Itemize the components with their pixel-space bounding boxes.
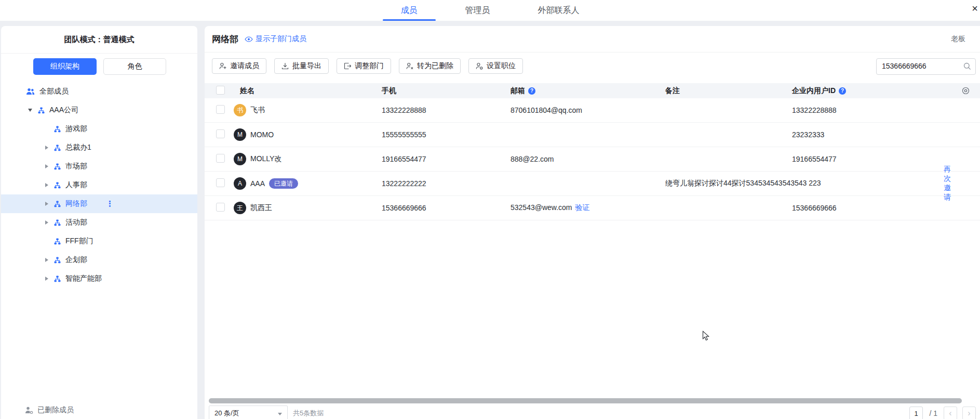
tree-item-network-dept[interactable]: 网络部 ⋮ — [1, 194, 197, 213]
eye-icon — [245, 36, 253, 42]
department-icon — [54, 219, 61, 226]
tree-item-fff-dept[interactable]: FFF部门 — [1, 232, 197, 251]
tree-item-all-members[interactable]: 全部成员 — [1, 82, 197, 101]
row-checkbox[interactable] — [216, 203, 225, 212]
row-checkbox[interactable] — [216, 154, 225, 163]
search-icon[interactable] — [963, 62, 971, 70]
tree-item-hr-dept[interactable]: 人事部 — [1, 176, 197, 194]
row-checkbox[interactable] — [216, 129, 225, 138]
tree-item-game-dept[interactable]: 游戏部 — [1, 120, 197, 138]
expand-icon[interactable] — [45, 183, 48, 187]
person-add-icon — [219, 62, 226, 70]
horizontal-scrollbar[interactable] — [209, 398, 962, 403]
member-user-id: 15366669666 — [792, 204, 937, 212]
tree-item-aaa-company[interactable]: AAA公司 — [1, 101, 197, 120]
member-row[interactable]: 书 飞书 13322228888 8706101804@qq.com 13322… — [205, 98, 980, 123]
expand-icon[interactable] — [45, 146, 48, 150]
tab-members[interactable]: 成员 — [392, 0, 427, 21]
department-icon — [54, 182, 61, 189]
avatar: M — [234, 153, 246, 165]
expand-icon[interactable] — [45, 164, 48, 168]
search-input[interactable] — [877, 59, 964, 73]
help-icon[interactable]: ? — [839, 87, 846, 95]
department-icon — [54, 201, 61, 207]
tab-external-contacts[interactable]: 外部联系人 — [529, 0, 589, 21]
tab-admins[interactable]: 管理员 — [456, 0, 500, 21]
member-name: MOLLY改 — [250, 154, 281, 164]
deleted-members-entry[interactable]: 已删除成员 — [1, 401, 74, 419]
app-window: 成员 管理员 外部联系人 × 团队模式：普通模式 组织架构 角色 全部成员 AA… — [0, 0, 980, 419]
column-header-user-id: 企业内用户ID — [792, 86, 836, 96]
deleted-person-icon — [25, 407, 33, 414]
member-email: 532543@wew.com — [511, 203, 572, 212]
department-icon — [54, 126, 61, 133]
member-name: AAA — [250, 179, 265, 188]
verify-email-link[interactable]: 验证 — [575, 203, 590, 212]
column-settings-icon[interactable] — [962, 87, 970, 95]
total-count-label: 共5条数据 — [293, 405, 324, 419]
help-icon[interactable]: ? — [528, 87, 535, 95]
download-icon — [281, 62, 289, 70]
select-all-checkbox[interactable] — [216, 86, 225, 95]
avatar: A — [234, 177, 246, 190]
member-name: 飞书 — [250, 106, 265, 115]
boss-label: 老板 — [951, 34, 965, 44]
column-header-name: 姓名 — [234, 86, 382, 96]
tree-item-planning-dept[interactable]: 企划部 — [1, 251, 197, 269]
tree-item-smart-capacity-dept[interactable]: 智能产能部 — [1, 269, 197, 288]
member-user-id: 23232333 — [792, 130, 937, 139]
team-mode-title: 团队模式：普通模式 — [1, 26, 197, 54]
member-remark: 绕弯儿翁探讨探讨44探讨534534543543543 223 — [665, 179, 792, 188]
expand-icon[interactable] — [45, 277, 48, 281]
org-structure-button[interactable]: 组织架构 — [33, 58, 97, 75]
avatar: 书 — [234, 104, 246, 116]
chevron-down-icon — [278, 413, 282, 415]
member-row[interactable]: M MOLLY改 19166554477 888@22.com 19166554… — [205, 147, 980, 172]
collapse-icon[interactable] — [28, 109, 32, 112]
person-setting-icon — [476, 62, 483, 70]
row-checkbox[interactable] — [216, 105, 225, 114]
reinvite-link[interactable]: 再次邀请 — [944, 165, 951, 201]
tree-item-activity-dept[interactable]: 活动部 — [1, 213, 197, 232]
department-icon — [38, 107, 45, 114]
member-row[interactable]: 王 凯西王 15366669666 532543@wew.com验证 15366… — [205, 196, 980, 220]
department-header: 网络部 显示子部门成员 老板 — [205, 26, 980, 53]
member-list-panel: 网络部 显示子部门成员 老板 邀请成员 批量导出 调整部门 转为已删除 — [205, 26, 980, 419]
people-icon — [26, 88, 35, 95]
member-table-body: 书 飞书 13322228888 8706101804@qq.com 13322… — [205, 98, 980, 220]
member-phone: 15366669666 — [382, 204, 511, 212]
set-position-button[interactable]: 设置职位 — [468, 58, 523, 74]
expand-icon[interactable] — [45, 220, 48, 225]
show-sub-dept-link[interactable]: 显示子部门成员 — [245, 34, 306, 44]
current-page-box[interactable]: 1 — [909, 407, 923, 419]
member-email: 8706101804@qq.com — [511, 106, 665, 114]
move-out-icon — [344, 62, 351, 70]
close-icon[interactable]: × — [972, 3, 978, 14]
search-box — [876, 58, 976, 75]
member-row[interactable]: M MOMO 15555555555 23232333 — [205, 123, 980, 147]
member-row[interactable]: A AAA 已邀请 13222222222 绕弯儿翁探讨探讨44探讨534534… — [205, 172, 980, 196]
department-icon — [54, 145, 61, 151]
move-to-deleted-button[interactable]: 转为已删除 — [399, 58, 461, 74]
more-icon[interactable]: ⋮ — [106, 199, 114, 208]
member-user-id: 13322228888 — [792, 106, 937, 114]
sidebar: 团队模式：普通模式 组织架构 角色 全部成员 AAA公司 游戏部 — [1, 26, 197, 419]
expand-icon[interactable] — [45, 258, 48, 262]
department-icon — [54, 257, 61, 264]
page-size-select[interactable]: 20 条/页 — [209, 405, 288, 419]
expand-icon[interactable] — [45, 202, 48, 206]
column-header-email: 邮箱 — [511, 86, 525, 96]
tree-item-market-dept[interactable]: 市场部 — [1, 157, 197, 176]
tree-item-ceo-office-1[interactable]: 总裁办1 — [1, 138, 197, 157]
role-button[interactable]: 角色 — [103, 58, 166, 75]
batch-export-button[interactable]: 批量导出 — [274, 58, 329, 74]
member-user-id: 19166554477 — [792, 155, 937, 163]
prev-page-button[interactable]: ‹ — [944, 407, 957, 419]
invite-member-button[interactable]: 邀请成员 — [212, 58, 266, 74]
avatar: 王 — [234, 202, 246, 214]
page-title: 网络部 — [212, 33, 238, 45]
member-email: 888@22.com — [511, 155, 665, 163]
row-checkbox[interactable] — [216, 178, 225, 187]
adjust-department-button[interactable]: 调整部门 — [337, 58, 391, 74]
next-page-button[interactable]: › — [962, 407, 976, 419]
